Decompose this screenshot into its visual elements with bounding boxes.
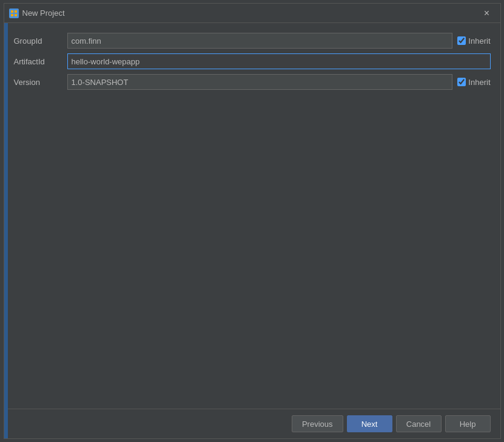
new-project-dialog: New Project × GroupId Inherit ArtifactId — [4, 3, 501, 439]
dialog-overlay: New Project × GroupId Inherit ArtifactId — [0, 0, 504, 442]
groupid-label: GroupId — [14, 36, 62, 46]
version-row: Version Inherit — [14, 74, 491, 90]
left-accent-bar — [4, 23, 8, 438]
next-button[interactable]: Next — [347, 415, 392, 432]
dialog-title: New Project — [22, 8, 479, 18]
svg-rect-2 — [11, 14, 13, 16]
groupid-row: GroupId Inherit — [14, 33, 491, 49]
dialog-icon — [9, 8, 19, 18]
cancel-button[interactable]: Cancel — [396, 415, 442, 432]
artifactid-label: ArtifactId — [14, 57, 62, 66]
version-inherit-label: Inherit — [468, 78, 490, 87]
svg-rect-3 — [15, 14, 17, 16]
artifactid-row: ArtifactId — [14, 53, 491, 69]
groupid-inherit-label: Inherit — [468, 36, 490, 46]
dialog-titlebar: New Project × — [4, 4, 500, 23]
help-button[interactable]: Help — [445, 415, 491, 432]
version-inherit-checkbox[interactable] — [457, 78, 466, 86]
groupid-input[interactable] — [67, 33, 453, 49]
svg-rect-0 — [11, 10, 13, 13]
groupid-inherit-checkbox[interactable] — [457, 36, 466, 45]
groupid-inherit-container: Inherit — [457, 36, 490, 46]
version-label: Version — [14, 78, 62, 87]
svg-rect-1 — [15, 10, 17, 13]
version-input[interactable] — [67, 74, 453, 90]
close-button[interactable]: × — [479, 5, 496, 22]
form-section: GroupId Inherit ArtifactId Version — [14, 33, 491, 90]
version-inherit-container: Inherit — [457, 78, 490, 87]
dialog-footer: Previous Next Cancel Help — [4, 409, 500, 438]
dialog-body: GroupId Inherit ArtifactId Version — [4, 23, 500, 409]
artifactid-input[interactable] — [67, 53, 491, 69]
previous-button[interactable]: Previous — [292, 415, 343, 432]
